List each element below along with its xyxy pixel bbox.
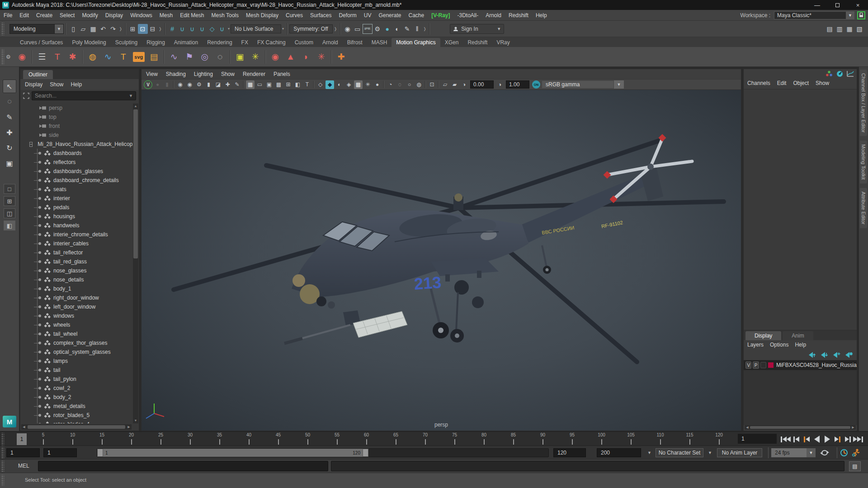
menu-item[interactable]: Deform — [335, 12, 360, 19]
sign-in-button[interactable]: Sign In ▼ — [450, 24, 504, 34]
viewport-toolbar-icon[interactable]: ◉ — [185, 80, 194, 89]
outliner-horizontal-scrollbar[interactable]: ◀▶ — [21, 424, 132, 430]
shelf-item-icon[interactable]: ✳ — [314, 49, 329, 65]
outliner-object-row[interactable]: rotor_blades_5 — [20, 411, 132, 420]
scrollbar-thumb[interactable] — [28, 425, 125, 429]
shelf-tab[interactable]: Curves / Surfaces — [15, 38, 67, 47]
menu-item[interactable]: [V-Ray] — [428, 12, 453, 19]
menu-item[interactable]: Generate — [375, 12, 405, 19]
character-set-caret[interactable]: ▼ — [647, 450, 651, 455]
viewport-toolbar-icon[interactable]: ◆ — [326, 80, 334, 89]
step-back-frame-button[interactable] — [791, 433, 801, 445]
symmetry-field[interactable]: Symmetry: Off — [289, 24, 333, 33]
outliner-menu-item[interactable]: Help — [71, 81, 82, 88]
viewport-toolbar-icon[interactable]: ○ — [405, 80, 414, 89]
anim-layer-caret[interactable]: ▼ — [708, 450, 712, 455]
view-transform-dropdown[interactable]: sRGB gamma — [542, 80, 614, 89]
viewport-toolbar-icon[interactable]: ▦ — [246, 80, 255, 89]
shelf-item-icon[interactable]: ✳ — [248, 49, 263, 65]
loop-playback-icon[interactable] — [820, 449, 829, 456]
shelf-tab[interactable]: Sculpting — [111, 38, 142, 47]
viewport-toolbar-icon[interactable]: ⊡ — [428, 80, 436, 89]
shelf-tab[interactable]: FX Caching — [253, 38, 290, 47]
channel-box-menu-item[interactable]: Show — [816, 80, 829, 86]
viewport-toolbar-icon[interactable]: ◈ — [344, 80, 353, 89]
menu-item[interactable]: Redshift — [505, 12, 532, 19]
mel-input-field[interactable] — [38, 461, 328, 471]
outliner-object-row[interactable]: interier_cables — [20, 239, 132, 248]
shelf-item-icon[interactable]: T — [116, 49, 131, 65]
render-icon[interactable]: ◐ — [392, 24, 402, 34]
move-layer-down-icon[interactable] — [821, 352, 829, 358]
drag-handle[interactable] — [1, 433, 4, 446]
viewport-toolbar-icon[interactable]: ⚙ — [195, 80, 203, 89]
shelf-tab[interactable]: Rendering — [203, 38, 236, 47]
render-icon[interactable]: ◉ — [343, 24, 353, 34]
outliner-object-row[interactable]: handweels — [20, 221, 132, 230]
ui-toggle-icon[interactable]: ▧ — [854, 24, 864, 34]
outliner-object-row[interactable]: right_door_window — [20, 293, 132, 302]
viewport-toolbar-icon[interactable]: ● — [373, 80, 382, 89]
exposure-field[interactable]: 0.00 — [470, 80, 494, 89]
layout-shortcut-button[interactable]: ◧ — [4, 221, 15, 230]
menu-set-dropdown[interactable]: Modeling — [9, 24, 55, 34]
menu-item[interactable]: Edit Mesh — [176, 12, 208, 19]
menu-item[interactable]: Select — [56, 12, 78, 19]
play-forwards-button[interactable] — [822, 433, 832, 445]
menu-item[interactable]: Mesh — [156, 12, 176, 19]
viewport-toolbar-icon[interactable]: ◇ — [316, 80, 325, 89]
outliner-object-row[interactable]: lamps — [20, 357, 132, 366]
outliner-object-row[interactable]: tail — [20, 366, 132, 375]
outliner-object-row[interactable]: tail_red_glass — [20, 257, 132, 266]
animation-start-field[interactable]: 1 — [6, 448, 40, 457]
viewport-toolbar-icon[interactable]: ▱ — [441, 80, 449, 89]
shelf-item-icon[interactable]: ☰ — [34, 49, 50, 65]
render-icon[interactable]: ✎ — [402, 24, 412, 34]
shelf-tab[interactable]: Poly Modeling — [67, 38, 110, 47]
viewport-menu-item[interactable]: Lighting — [194, 71, 213, 77]
viewport-toolbar-icon[interactable]: ▮ — [163, 80, 171, 89]
shelf-item-icon[interactable]: ∿ — [100, 49, 116, 65]
outliner-vertical-scrollbar[interactable]: ▲ ▼ — [133, 103, 138, 423]
ui-toggle-icon[interactable]: ▥ — [835, 24, 844, 34]
viewport-menu-item[interactable]: Renderer — [243, 71, 265, 77]
outliner-menu-item[interactable]: Display — [25, 81, 42, 88]
view-transform-caret[interactable]: ▼ — [614, 80, 624, 89]
outliner-object-row[interactable]: dashboards_glasses — [20, 167, 132, 176]
outliner-object-row[interactable]: body_1 — [20, 284, 132, 293]
shelf-item-icon[interactable]: ▤ — [146, 49, 162, 65]
outliner-camera-row[interactable]: top — [20, 113, 132, 122]
viewport-toolbar-icon[interactable]: ▮ — [204, 80, 213, 89]
outliner-object-row[interactable]: tail_pylon — [20, 375, 132, 384]
shelf-tab[interactable]: Motion Graphics — [392, 38, 440, 47]
drag-handle[interactable] — [1, 23, 4, 35]
layer-editor-tab[interactable]: Anim — [783, 331, 813, 340]
script-editor-icon[interactable]: ▤ — [849, 461, 861, 471]
shelf-item-icon[interactable]: ✱ — [65, 49, 80, 65]
current-time-field[interactable]: 1 — [738, 434, 777, 444]
viewport-toolbar-icon[interactable]: ◉ — [176, 80, 184, 89]
drag-handle[interactable] — [1, 475, 4, 486]
character-set-field[interactable]: No Character Set — [656, 448, 703, 457]
outliner-object-row[interactable]: dashboards — [20, 149, 132, 158]
tool-icon[interactable]: ↖ — [3, 80, 16, 93]
outliner-object-row[interactable]: dashboard_chrome_details — [20, 176, 132, 185]
outliner-object-row[interactable]: left_door_window — [20, 302, 132, 311]
color-management-on-icon[interactable]: ON — [532, 80, 540, 89]
menu-item[interactable]: Help — [532, 12, 551, 19]
menu-item[interactable]: Arnold — [482, 12, 505, 19]
layout-shortcut-button[interactable]: ⊞ — [4, 196, 15, 206]
perspective-viewport[interactable]: ViewShadingLightingShowRendererPanels V●… — [141, 69, 741, 431]
viewport-toolbar-icon[interactable]: ◐ — [335, 80, 344, 89]
viewport-toolbar-icon[interactable]: T — [303, 80, 311, 89]
animation-prefs-clock-icon[interactable] — [840, 449, 848, 457]
layer-editor-scrollbar[interactable]: ◀▶ — [745, 425, 856, 430]
shelf-tab[interactable]: Custom — [290, 38, 318, 47]
shelf-item-icon[interactable]: ▣ — [232, 49, 248, 65]
contrast-icon[interactable]: ◑ — [495, 80, 504, 89]
tool-icon[interactable]: ◌ — [3, 95, 16, 108]
shelf-item-icon[interactable]: ◗ — [298, 49, 314, 65]
render-icon[interactable]: IPR — [363, 24, 373, 34]
outliner-object-row[interactable]: nose_details — [20, 275, 132, 284]
step-forward-frame-button[interactable] — [843, 433, 853, 445]
